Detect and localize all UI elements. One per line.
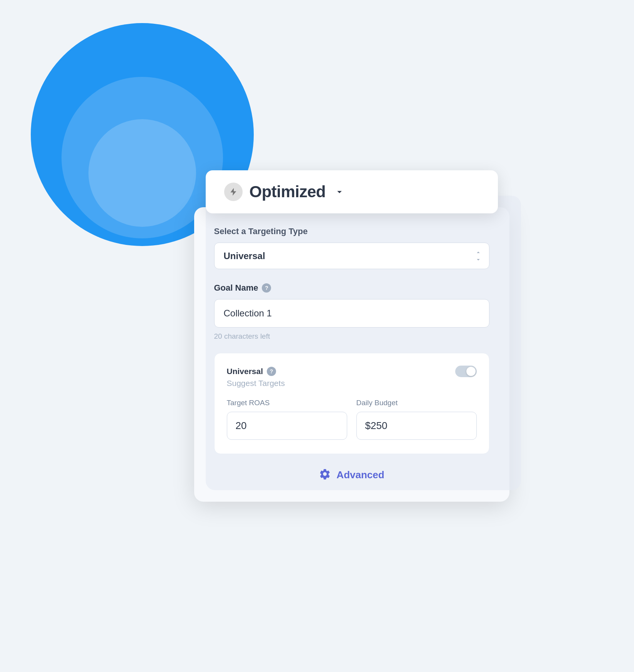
goal-name-label-row: Goal Name ? (214, 283, 489, 293)
characters-left: 20 characters left (214, 332, 489, 341)
universal-help-icon[interactable]: ? (267, 367, 276, 376)
optimized-title: Optimized (250, 183, 326, 201)
targeting-type-wrapper: Universal Manual Automatic (214, 243, 489, 269)
goal-name-input[interactable] (214, 299, 489, 328)
goal-name-help-icon[interactable]: ? (262, 283, 271, 293)
advanced-row[interactable]: Advanced (214, 468, 489, 482)
toggle-knob (466, 367, 476, 376)
advanced-label: Advanced (336, 469, 384, 481)
targeting-type-label: Select a Targeting Type (214, 226, 489, 236)
target-roas-label: Target ROAS (227, 399, 347, 407)
universal-label: Universal (227, 367, 263, 376)
optimized-card[interactable]: Optimized (206, 170, 498, 213)
gear-icon (319, 468, 331, 482)
target-roas-group: Target ROAS (227, 399, 347, 440)
chevron-down-icon (334, 186, 345, 197)
lightning-icon (224, 183, 243, 201)
scene: Optimized Select a Targeting Type Univer… (125, 170, 509, 502)
suggest-targets-label[interactable]: Suggest Targets (227, 379, 477, 388)
universal-toggle[interactable] (455, 366, 477, 377)
fields-row: Target ROAS Daily Budget (227, 399, 477, 440)
main-form-card: Select a Targeting Type Universal Manual… (194, 207, 509, 502)
daily-budget-label: Daily Budget (356, 399, 477, 407)
universal-box: Universal ? Suggest Targets Target ROAS … (214, 353, 489, 454)
universal-header-left: Universal ? (227, 367, 276, 376)
daily-budget-input[interactable] (356, 412, 477, 440)
select-arrows-icon (475, 249, 482, 263)
goal-name-label: Goal Name (214, 283, 258, 293)
targeting-type-select[interactable]: Universal Manual Automatic (214, 243, 489, 269)
target-roas-input[interactable] (227, 412, 347, 440)
daily-budget-group: Daily Budget (356, 399, 477, 440)
universal-header: Universal ? (227, 366, 477, 377)
